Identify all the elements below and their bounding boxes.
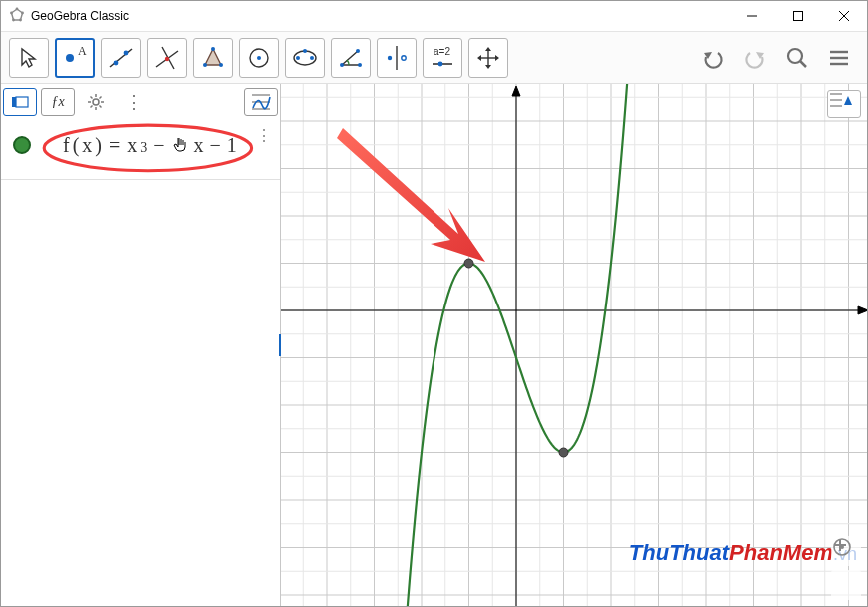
svg-marker-18 bbox=[205, 49, 221, 65]
svg-line-54 bbox=[100, 97, 102, 99]
svg-line-12 bbox=[110, 49, 132, 67]
svg-rect-7 bbox=[794, 12, 803, 21]
svg-point-10 bbox=[66, 54, 74, 62]
svg-point-39 bbox=[788, 49, 802, 63]
svg-point-5 bbox=[10, 11, 13, 14]
algebra-toolbar: ƒx ⋮ bbox=[1, 84, 280, 120]
svg-line-52 bbox=[100, 106, 102, 108]
svg-point-29 bbox=[358, 63, 362, 67]
svg-line-51 bbox=[91, 97, 93, 99]
svg-marker-0 bbox=[12, 9, 23, 20]
content-area: ƒx ⋮ f(x) = x3 − bbox=[1, 84, 867, 606]
svg-line-40 bbox=[800, 61, 806, 67]
formula-expression[interactable]: f(x) = x3 − x − 1 bbox=[63, 132, 237, 157]
svg-point-2 bbox=[21, 11, 24, 14]
minimize-button[interactable] bbox=[729, 1, 775, 32]
svg-marker-110 bbox=[844, 96, 852, 105]
svg-rect-44 bbox=[12, 97, 16, 107]
fx-button[interactable]: ƒx bbox=[41, 88, 75, 116]
reflect-tool[interactable] bbox=[377, 38, 417, 78]
svg-rect-45 bbox=[16, 97, 28, 107]
graph-point[interactable] bbox=[464, 259, 473, 268]
angle-tool[interactable] bbox=[331, 38, 371, 78]
svg-point-1 bbox=[16, 7, 19, 10]
row-kebab-menu[interactable]: ⋮ bbox=[256, 126, 272, 145]
search-button[interactable] bbox=[777, 38, 817, 78]
point-tool[interactable]: A bbox=[55, 38, 95, 78]
svg-text:a=2: a=2 bbox=[434, 46, 450, 57]
svg-point-23 bbox=[257, 56, 261, 60]
svg-point-30 bbox=[356, 49, 360, 53]
svg-text:A: A bbox=[78, 44, 87, 58]
graphics-view[interactable]: ThuThuatPhanMem.vn bbox=[281, 84, 867, 606]
svg-point-3 bbox=[19, 18, 22, 21]
svg-point-25 bbox=[296, 56, 300, 60]
slider-tool[interactable]: a=2 bbox=[423, 38, 462, 78]
redo-button[interactable] bbox=[735, 38, 775, 78]
algebra-view-toggle[interactable] bbox=[3, 88, 37, 116]
svg-point-4 bbox=[12, 18, 15, 21]
move-graphics-tool[interactable] bbox=[468, 38, 508, 78]
more-button[interactable]: ⋮ bbox=[117, 88, 151, 116]
perpendicular-tool[interactable] bbox=[147, 38, 187, 78]
graphics-toggle-icon[interactable] bbox=[244, 88, 278, 116]
svg-point-20 bbox=[211, 47, 215, 51]
settings-button[interactable] bbox=[79, 88, 113, 116]
algebra-panel: ƒx ⋮ f(x) = x3 − bbox=[1, 84, 281, 606]
ellipse-tool[interactable] bbox=[285, 38, 325, 78]
move-tool[interactable] bbox=[9, 38, 49, 78]
svg-point-28 bbox=[340, 63, 344, 67]
svg-point-19 bbox=[203, 63, 207, 67]
svg-point-27 bbox=[303, 49, 307, 53]
svg-point-14 bbox=[124, 50, 129, 55]
svg-point-13 bbox=[114, 60, 119, 65]
title-bar: GeoGebra Classic bbox=[1, 1, 867, 32]
svg-point-32 bbox=[388, 55, 392, 59]
svg-point-26 bbox=[310, 56, 314, 60]
window-title: GeoGebra Classic bbox=[31, 9, 729, 23]
object-visibility-toggle[interactable] bbox=[13, 136, 31, 154]
close-button[interactable] bbox=[821, 1, 867, 32]
svg-line-53 bbox=[91, 106, 93, 108]
polygon-tool[interactable] bbox=[193, 38, 233, 78]
graph-point[interactable] bbox=[559, 448, 568, 457]
svg-point-36 bbox=[438, 61, 443, 66]
views-toggle-button[interactable] bbox=[827, 90, 861, 118]
circle-center-tool[interactable] bbox=[239, 38, 279, 78]
undo-button[interactable] bbox=[693, 38, 733, 78]
app-logo-icon bbox=[9, 7, 25, 26]
hand-cursor-icon bbox=[172, 135, 190, 155]
line-tool[interactable] bbox=[101, 38, 141, 78]
algebra-input[interactable] bbox=[1, 179, 280, 219]
svg-point-33 bbox=[402, 55, 406, 59]
algebra-row[interactable]: f(x) = x3 − x − 1 ⋮ bbox=[1, 120, 280, 173]
maximize-button[interactable] bbox=[775, 1, 821, 32]
main-toolbar: A a=2 bbox=[1, 32, 867, 84]
svg-point-46 bbox=[93, 99, 99, 105]
zoom-in-button[interactable] bbox=[831, 570, 861, 600]
svg-point-17 bbox=[165, 56, 169, 60]
annotation-arrow bbox=[337, 128, 485, 262]
svg-point-21 bbox=[219, 63, 223, 67]
menu-button[interactable] bbox=[819, 38, 859, 78]
